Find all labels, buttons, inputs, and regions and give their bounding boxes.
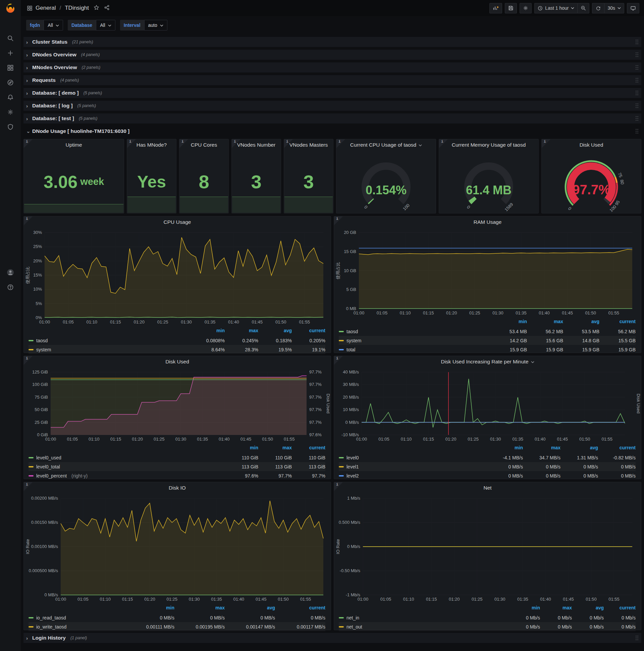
avatar[interactable] xyxy=(0,265,21,280)
gauge-panel-disk-used[interactable]: iDisk Used075809510097.7% xyxy=(541,139,641,213)
legend-series-net_in[interactable]: net_in xyxy=(339,615,508,620)
refresh-button[interactable] xyxy=(592,3,604,13)
panel-info-corner[interactable] xyxy=(24,482,33,491)
dashboards-icon[interactable] xyxy=(0,60,21,75)
save-dashboard-button[interactable] xyxy=(505,3,517,13)
legend-col-min[interactable]: min xyxy=(485,445,523,453)
dashboard-row-collapsed-2[interactable]: ›MNodes Overview(2 panels) xyxy=(24,62,641,72)
dashboard-row-collapsed-5[interactable]: ›Database: [ log ](5 panels) xyxy=(24,101,641,111)
legend-col-min[interactable]: min xyxy=(124,605,174,613)
panel-info-corner[interactable] xyxy=(334,216,343,225)
legend-col-max[interactable]: max xyxy=(527,319,563,327)
create-plus-icon[interactable] xyxy=(0,45,21,60)
panel-info-corner[interactable] xyxy=(232,139,240,148)
legend-col-max[interactable]: max xyxy=(258,445,292,453)
server-admin-shield-icon[interactable] xyxy=(0,120,21,134)
legend-col-min[interactable]: min xyxy=(508,605,540,613)
legend-series-level0_percent[interactable]: level0_percent(right-y) xyxy=(29,473,225,478)
legend-series-level0_total[interactable]: level0_total xyxy=(29,464,225,469)
panel-title[interactable]: Uptime xyxy=(24,139,124,151)
row-drag-handle[interactable] xyxy=(635,90,639,96)
row-drag-handle[interactable] xyxy=(635,128,639,134)
stat-panel-cpu-cores[interactable]: iCPU Cores8 xyxy=(179,139,229,213)
panel-title[interactable]: RAM Usage xyxy=(334,216,641,228)
legend-col-max[interactable]: max xyxy=(174,605,225,613)
panel-title[interactable]: Disk Used Increasing Rate per Minute xyxy=(334,356,641,367)
dashboard-row-collapsed-1[interactable]: ›DNodes Overview(4 panels) xyxy=(24,50,641,60)
legend-col-avg[interactable]: avg xyxy=(225,605,275,613)
search-icon[interactable] xyxy=(0,31,21,45)
panel-title[interactable]: Disk IO xyxy=(24,482,331,494)
dashboard-row-collapsed-4[interactable]: ›Database: [ demo ](5 panels) xyxy=(24,88,641,98)
legend-col-avg[interactable]: avg xyxy=(563,319,600,327)
stat-panel-uptime[interactable]: iUptime3.06week xyxy=(24,139,124,213)
breadcrumb-dashboard-title[interactable]: TDinsight xyxy=(65,5,89,11)
time-range-picker[interactable]: Last 1 hour xyxy=(534,3,577,13)
alerting-bell-icon[interactable] xyxy=(0,90,21,105)
panel-info-corner[interactable] xyxy=(334,482,343,491)
cycle-view-mode-button[interactable] xyxy=(627,3,639,13)
panel-info-corner[interactable] xyxy=(336,139,345,148)
legend-series-level0[interactable]: level0 xyxy=(339,455,485,460)
chart-cpu[interactable]: 0%5%10%15%20%25%30%01:0001:0501:1001:150… xyxy=(24,228,331,327)
gauge-panel-current-memory-usage-of-taosd[interactable]: iCurrent Memory Usage of taosd0158961.4 … xyxy=(439,139,539,213)
chart-ram[interactable]: 0 MB5 GB10 GB15 GB20 GB01:0001:0501:1001… xyxy=(334,228,641,317)
panel-info-corner[interactable] xyxy=(24,216,33,225)
legend-series-taosd[interactable]: taosd xyxy=(29,338,191,343)
chart-disk_rate[interactable]: -10 MB/s0 MB/s10 MB/s20 MB/s30 MB/s40 MB… xyxy=(334,367,641,444)
legend-series-total[interactable]: total xyxy=(339,347,491,352)
dashboard-row-collapsed-6[interactable]: ›Database: [ test ](5 panels) xyxy=(24,114,641,123)
legend-col-current[interactable]: current xyxy=(292,328,325,336)
variable-value-Interval[interactable]: auto xyxy=(144,20,167,31)
panel-info-corner[interactable] xyxy=(180,139,188,148)
chart-disk_io[interactable]: 0 MB/s0.000500 MB/s0.00100 MB/s0.00150 M… xyxy=(24,494,331,604)
legend-series-system[interactable]: system xyxy=(339,338,491,343)
legend-series-system[interactable]: system xyxy=(29,347,191,352)
row-drag-handle[interactable] xyxy=(635,52,639,57)
dashboard-row-dnode-usage[interactable]: ⌄DNode Usage [ huolinhe-TM1701:6030 ] xyxy=(24,126,641,136)
chart-disk_used[interactable]: 0 GiB97.6%25 GiB97.7%50 GiB97.7%75 GiB97… xyxy=(24,367,331,444)
panel-info-corner[interactable] xyxy=(542,139,550,148)
legend-col-current[interactable]: current xyxy=(292,445,325,453)
help-icon[interactable] xyxy=(0,280,21,294)
legend-col-current[interactable]: current xyxy=(598,445,636,453)
legend-col-avg[interactable]: avg xyxy=(560,445,598,453)
row-drag-handle[interactable] xyxy=(635,65,639,70)
dashboard-row-collapsed-3[interactable]: ›Requests(4 panels) xyxy=(24,75,641,85)
legend-col-current[interactable]: current xyxy=(604,605,636,613)
legend-series-net_out[interactable]: net_out xyxy=(339,624,508,629)
dashboard-settings-button[interactable] xyxy=(520,3,532,13)
legend-series-level2[interactable]: level2 xyxy=(339,473,485,478)
legend-col-min[interactable]: min xyxy=(225,445,258,453)
dashboard-row-login-history[interactable]: ›Login History(1 panel) xyxy=(24,633,641,643)
add-panel-button[interactable] xyxy=(489,3,502,13)
share-icon[interactable] xyxy=(104,5,110,12)
legend-series-io_write_taosd[interactable]: io_write_taosd xyxy=(29,624,124,629)
stat-panel-vnodes-masters[interactable]: iVNodes Masters3 xyxy=(284,139,333,213)
legend-col-avg[interactable]: avg xyxy=(572,605,604,613)
zoom-out-time-button[interactable] xyxy=(577,3,589,13)
panel-title[interactable]: Current Memory Usage of taosd xyxy=(439,139,538,151)
panel-title[interactable]: Net xyxy=(334,482,641,494)
legend-col-avg[interactable]: avg xyxy=(258,328,292,336)
row-drag-handle[interactable] xyxy=(635,635,639,641)
legend-col-max[interactable]: max xyxy=(540,605,572,613)
legend-col-current[interactable]: current xyxy=(600,319,636,327)
explore-compass-icon[interactable] xyxy=(0,75,21,90)
row-drag-handle[interactable] xyxy=(635,116,639,121)
legend-series-taosd[interactable]: taosd xyxy=(339,329,491,334)
variable-value-Database[interactable]: All xyxy=(96,20,116,31)
gauge-panel-current-cpu-usage-of-taosd[interactable]: iCurrent CPU Usage of taosd01000.154% xyxy=(336,139,436,213)
star-icon[interactable] xyxy=(94,5,99,12)
row-drag-handle[interactable] xyxy=(635,103,639,108)
row-drag-handle[interactable] xyxy=(635,39,639,44)
legend-col-min[interactable]: min xyxy=(491,319,527,327)
refresh-interval-picker[interactable]: 30s xyxy=(604,3,624,13)
legend-col-current[interactable]: current xyxy=(275,605,325,613)
legend-series-level0_used[interactable]: level0_used xyxy=(29,455,225,460)
legend-series-io_read_taosd[interactable]: io_read_taosd xyxy=(29,615,124,620)
panel-title[interactable]: Disk Used xyxy=(542,139,641,151)
legend-series-level1[interactable]: level1 xyxy=(339,464,485,469)
variable-value-fqdn[interactable]: All xyxy=(43,20,63,31)
panel-info-corner[interactable] xyxy=(24,139,33,148)
